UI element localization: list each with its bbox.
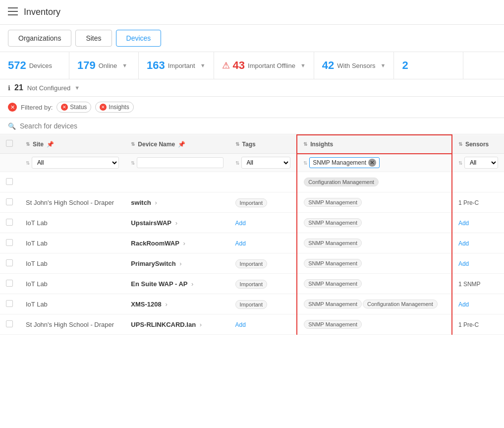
nc-filter-icon[interactable]: ▼ — [74, 85, 80, 91]
row-checkbox-7[interactable] — [6, 320, 13, 327]
filter-tag-status-remove[interactable]: ✕ — [61, 104, 68, 111]
row-tags-1: Important — [229, 192, 297, 213]
sort-site-icon[interactable]: ⇅ — [26, 141, 30, 147]
device-name-text: switch — [131, 199, 151, 206]
device-name-text: RackRoomWAP — [131, 240, 179, 247]
row-device-5[interactable]: En Suite WAP - AP › — [125, 274, 229, 294]
row-checkbox-4[interactable] — [6, 259, 13, 266]
stat-online[interactable]: 179 Online ▼ — [69, 52, 139, 79]
add-tag-link[interactable]: Add — [235, 220, 246, 227]
tab-sites[interactable]: Sites — [75, 30, 112, 47]
alert-icon: ⚠ — [222, 60, 230, 71]
filter-site-sort-icon[interactable]: ⇅ — [26, 160, 30, 166]
filter-sensors-sort-icon[interactable]: ⇅ — [458, 160, 462, 166]
svg-rect-2 — [8, 14, 18, 15]
row-site-4: IoT Lab — [20, 253, 125, 274]
filter-site-select[interactable]: All — [32, 157, 119, 169]
select-all-checkbox[interactable] — [6, 140, 13, 147]
tag-badge: Important — [235, 259, 267, 268]
pin-device-icon[interactable]: 📌 — [178, 141, 185, 148]
svg-rect-1 — [8, 11, 18, 12]
row-device-6[interactable]: XMS-1208 › — [125, 294, 229, 314]
stat-important-offline[interactable]: ⚠ 43 Important Offline ▼ — [214, 52, 314, 79]
table-header-row: ⇅ Site 📌 ⇅ Device Name 📌 ⇅ Tags — [0, 135, 504, 154]
device-name-text: UPS-RLINKCARD.Ian — [131, 321, 196, 328]
row-insights-4: SNMP Management — [297, 253, 452, 274]
stat-extra[interactable]: 2 — [394, 52, 463, 79]
stat-sensors-label: With Sensors — [337, 62, 375, 69]
add-sensor-link[interactable]: Add — [458, 220, 469, 227]
row-sensors-5: 1 SNMP — [452, 274, 504, 294]
row-checkbox-2[interactable] — [6, 219, 13, 226]
row-checkbox-6[interactable] — [6, 300, 13, 307]
device-arrow-icon: › — [155, 199, 157, 206]
stat-important-label: Important — [168, 62, 195, 69]
row-tags-0 — [229, 172, 297, 192]
th-device-name: ⇅ Device Name 📌 — [125, 135, 229, 154]
stat-offline-label: Important Offline — [248, 62, 295, 69]
insights-filter-value: SNMP Management — [313, 159, 366, 166]
th-tags-label: Tags — [242, 141, 256, 148]
tab-devices[interactable]: Devices — [116, 30, 162, 47]
add-sensor-link[interactable]: Add — [458, 260, 469, 267]
row-tags-6: Important — [229, 294, 297, 314]
row-device-2[interactable]: UpstairsWAP › — [125, 213, 229, 233]
row-site-7: St John's High School - Draper — [20, 314, 125, 335]
stat-devices[interactable]: 572 Devices — [0, 52, 69, 79]
filter-device-input[interactable] — [137, 157, 223, 168]
insight-badge: SNMP Management — [304, 259, 362, 268]
tab-organizations[interactable]: Organizations — [8, 30, 71, 47]
row-checkbox-0[interactable] — [6, 178, 13, 185]
add-tag-link[interactable]: Add — [235, 240, 246, 247]
filter-tags-select[interactable]: All — [241, 157, 291, 169]
filter-tag-status-label: Status — [70, 104, 87, 111]
row-site-1: St John's High School - Draper — [20, 192, 125, 213]
filter-tag-insights-remove[interactable]: ✕ — [100, 104, 107, 111]
th-site: ⇅ Site 📌 — [20, 135, 125, 154]
filter-sensors-select[interactable]: All — [464, 157, 498, 169]
insights-filter-clear[interactable]: ✕ — [368, 159, 376, 167]
pin-site-icon[interactable]: 📌 — [47, 141, 54, 148]
add-sensor-link[interactable]: Add — [458, 301, 469, 308]
filter-device-sort-icon[interactable]: ⇅ — [131, 160, 135, 166]
insight-badge: SNMP Management — [304, 239, 362, 247]
filter-tag-insights-label: Insights — [109, 104, 129, 111]
row-device-4[interactable]: PrimarySwitch › — [125, 253, 229, 274]
sort-device-icon[interactable]: ⇅ — [131, 141, 135, 147]
sort-tags-icon[interactable]: ⇅ — [235, 141, 239, 147]
row-tags-3: Add — [229, 233, 297, 253]
row-checkbox-1[interactable] — [6, 198, 13, 205]
row-tags-4: Important — [229, 253, 297, 274]
tag-badge: Important — [235, 300, 267, 309]
row-device-3[interactable]: RackRoomWAP › — [125, 233, 229, 253]
row-insights-5: SNMP Management — [297, 274, 452, 294]
row-checkbox-3[interactable] — [6, 239, 13, 246]
filter-tags-sort-icon[interactable]: ⇅ — [235, 160, 239, 166]
row-tags-5: Important — [229, 274, 297, 294]
table-row: IoT LabEn Suite WAP - AP ›ImportantSNMP … — [0, 274, 504, 294]
stat-important[interactable]: 163 Important ▼ — [139, 52, 214, 79]
insight-badge: Configuration Management — [363, 300, 438, 308]
row-device-7[interactable]: UPS-RLINKCARD.Ian › — [125, 314, 229, 335]
stat-sensors[interactable]: 42 With Sensors ▼ — [314, 52, 394, 79]
filter-tag-status: ✕ Status — [56, 102, 91, 113]
row-checkbox-5[interactable] — [6, 280, 13, 287]
stat-sensors-filter: ▼ — [381, 62, 386, 68]
row-device-1[interactable]: switch › — [125, 192, 229, 213]
filter-insights-sort-icon[interactable]: ⇅ — [303, 160, 307, 166]
sort-sensors-icon[interactable]: ⇅ — [458, 141, 462, 147]
menu-icon[interactable] — [8, 7, 18, 17]
row-device-0[interactable] — [125, 172, 229, 192]
stat-online-number: 179 — [77, 59, 96, 72]
sort-insights-icon[interactable]: ⇅ — [303, 141, 307, 147]
add-sensor-link[interactable]: Add — [458, 240, 469, 247]
add-tag-link[interactable]: Add — [235, 321, 246, 328]
search-icon: 🔍 — [8, 122, 16, 130]
filter-clear-all[interactable]: ✕ — [8, 103, 17, 112]
search-input[interactable] — [20, 122, 496, 130]
table-row: IoT LabRackRoomWAP ›AddSNMP ManagementAd… — [0, 233, 504, 253]
table-row: Configuration Management — [0, 172, 504, 192]
row-sensors-2: Add — [452, 213, 504, 233]
app-title: Inventory — [24, 7, 60, 17]
device-name-text: XMS-1208 — [131, 301, 161, 308]
